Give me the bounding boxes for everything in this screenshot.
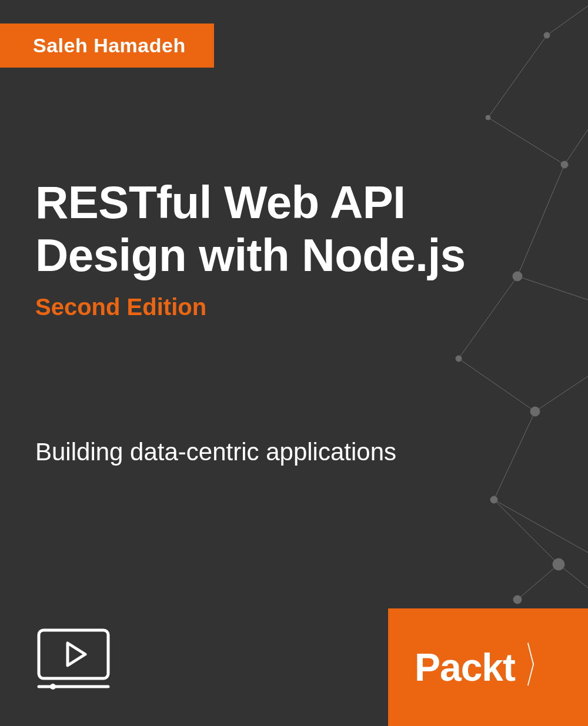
svg-line-1 — [488, 35, 547, 118]
publisher-name: Packt — [415, 645, 515, 690]
svg-point-22 — [513, 595, 522, 604]
svg-point-19 — [530, 407, 540, 416]
video-icon — [35, 627, 112, 694]
svg-line-11 — [494, 500, 559, 564]
title-line-1: RESTful Web API — [35, 176, 466, 229]
publisher-logo: Packt〉 — [415, 645, 562, 690]
author-badge: Saleh Hamadeh — [0, 24, 214, 68]
svg-line-9 — [494, 411, 535, 500]
svg-line-6 — [459, 276, 517, 359]
svg-line-0 — [547, 6, 588, 35]
svg-rect-23 — [39, 630, 108, 678]
svg-line-8 — [535, 376, 588, 411]
svg-line-5 — [517, 276, 588, 300]
svg-point-17 — [513, 272, 522, 281]
svg-point-20 — [490, 496, 497, 503]
svg-line-13 — [559, 564, 588, 588]
svg-point-15 — [486, 115, 490, 120]
svg-line-3 — [564, 129, 588, 165]
svg-point-21 — [553, 558, 564, 570]
publisher-badge: Packt〉 — [388, 608, 588, 726]
svg-point-18 — [456, 356, 462, 362]
svg-line-4 — [517, 165, 564, 276]
svg-line-12 — [517, 564, 559, 600]
svg-line-2 — [488, 118, 564, 165]
svg-marker-24 — [68, 643, 85, 665]
book-title: RESTful Web API Design with Node.js — [35, 176, 466, 282]
svg-point-26 — [50, 684, 56, 690]
chevron-right-icon: 〉 — [524, 653, 551, 677]
svg-point-16 — [561, 161, 568, 168]
title-line-2: Design with Node.js — [35, 229, 466, 282]
subtitle: Building data-centric applications — [35, 438, 396, 466]
svg-line-10 — [494, 500, 588, 553]
author-name: Saleh Hamadeh — [33, 34, 186, 56]
edition-label: Second Edition — [35, 294, 206, 320]
svg-line-7 — [459, 359, 535, 411]
svg-point-14 — [544, 32, 550, 38]
